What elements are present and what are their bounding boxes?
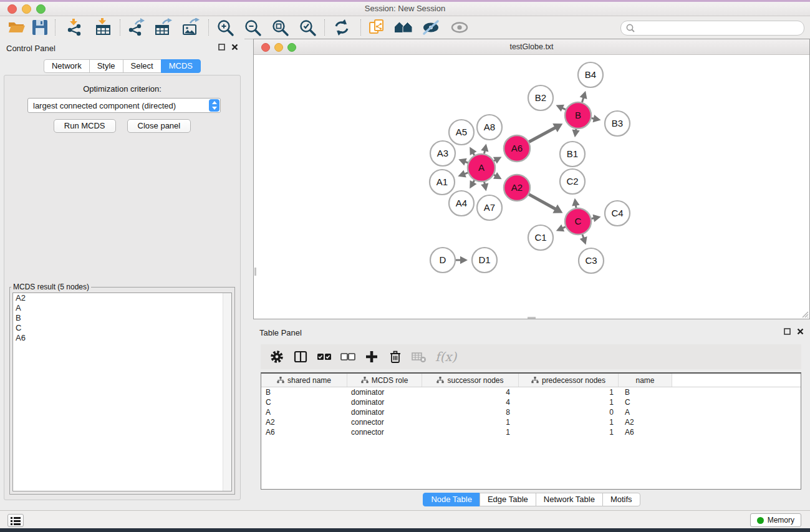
tab-node-table[interactable]: Node Table [423,493,480,506]
tab-style[interactable]: Style [89,59,123,73]
column-header-successor-nodes[interactable]: successor nodes [422,374,519,387]
table-cell[interactable]: C [261,397,347,407]
open-session-icon[interactable] [7,18,26,37]
toolbar-separator [208,19,209,36]
graph-edge-A6-B[interactable] [529,127,556,142]
graph-edge-arrowhead-icon [460,256,468,264]
float-table-panel-icon[interactable] [784,328,791,335]
result-item-a2[interactable]: A2 [13,293,231,303]
table-cell[interactable]: 1 [519,397,619,407]
table-cell[interactable]: dominator [347,397,422,407]
tab-motifs[interactable]: Motifs [602,493,640,506]
float-panel-icon[interactable] [218,44,225,51]
zoom-fit-icon[interactable] [271,18,289,37]
memory-button[interactable]: Memory [750,513,801,527]
result-item-a6[interactable]: A6 [13,333,231,343]
graph-node-label-C2: C2 [566,176,578,186]
table-settings-gear-icon[interactable] [269,349,284,364]
save-session-icon[interactable] [31,18,49,37]
network-view-window: testGlobe.txt B4B2BB3A8A5A6A3B1AA1C2A2A4… [253,39,810,319]
tab-edge-table[interactable]: Edge Table [480,493,536,506]
import-network-icon[interactable] [65,18,84,37]
graph-edge-A2-C[interactable] [529,195,556,210]
table-cell[interactable]: A6 [261,427,347,437]
network-window-titlebar: testGlobe.txt [254,39,809,55]
table-cell[interactable]: A2 [619,417,672,427]
table-cell[interactable]: A [261,407,347,417]
tab-network[interactable]: Network [44,59,90,73]
hide-graphics-details-icon[interactable] [422,18,440,37]
table-cell[interactable]: A [619,407,672,417]
result-item-a[interactable]: A [13,303,231,313]
table-row: A6connector11A6 [261,427,801,437]
column-header-mcds-role[interactable]: MCDS role [347,374,422,387]
table-cell[interactable]: 1 [519,417,619,427]
graph-node-label-A3: A3 [437,148,448,158]
table-cell[interactable]: 1 [519,387,619,397]
delete-column-icon[interactable] [388,349,403,364]
table-cell[interactable]: connector [347,427,422,437]
export-image-icon[interactable] [181,18,200,37]
table-row: Adominator80A [261,407,801,417]
table-cell[interactable]: dominator [347,407,422,417]
network-graph-canvas[interactable]: B4B2BB3A8A5A6A3B1AA1C2A2A4A7C4CC1DD1C3 [254,54,809,319]
result-scrollbar[interactable] [223,293,231,491]
table-cell[interactable]: B [619,387,672,397]
graph-node-label-B: B [575,110,581,120]
tab-select[interactable]: Select [123,59,162,73]
table-cell[interactable]: 4 [422,387,519,397]
task-history-button[interactable] [7,514,24,527]
zoom-selected-icon[interactable] [298,18,317,37]
optimization-criterion-select[interactable]: largest connected component (directed) [27,98,221,113]
mcds-result-list: A2ABCA6 [12,293,232,491]
attribute-type-icon [531,377,539,384]
table-cell[interactable]: A2 [261,417,347,427]
table-cell[interactable]: 1 [519,427,619,437]
export-network-icon[interactable] [127,18,145,37]
vertical-scroll-indicator[interactable] [254,268,256,276]
tab-network-table[interactable]: Network Table [536,493,603,506]
attribute-type-icon [361,377,369,384]
column-view-icon[interactable] [293,349,308,364]
tab-mcds[interactable]: MCDS [161,59,201,73]
table-cell[interactable]: B [261,387,347,397]
toolbar-separator [360,19,361,36]
table-cell[interactable]: dominator [347,387,422,397]
column-header-label: predecessor nodes [542,376,605,385]
column-header-predecessor-nodes[interactable]: predecessor nodes [519,374,619,387]
result-item-b[interactable]: B [13,313,231,323]
column-header-name[interactable]: name [619,374,672,387]
zoom-out-icon[interactable] [243,18,262,37]
show-graphics-details-icon[interactable] [450,18,469,37]
table-cell[interactable]: 1 [422,427,519,437]
run-mcds-button[interactable]: Run MCDS [54,119,116,133]
column-header-shared-name[interactable]: shared name [261,374,347,387]
table-cell[interactable]: 0 [519,407,619,417]
resize-grip-icon[interactable] [800,309,809,318]
search-input[interactable] [635,22,804,34]
table-cell[interactable]: 1 [422,417,519,427]
clone-network-icon[interactable] [368,18,387,37]
horizontal-scroll-indicator[interactable] [528,317,536,319]
graph-edge-arrowhead-icon [572,130,579,138]
export-table-icon[interactable] [154,18,173,37]
result-item-c[interactable]: C [13,323,231,333]
home-view-icon[interactable] [394,18,413,37]
close-panel-button[interactable]: Close panel [127,119,191,133]
search-icon [625,23,635,33]
zoom-in-icon[interactable] [216,18,234,37]
table-cell[interactable]: 4 [422,397,519,407]
import-table-icon[interactable] [94,18,113,37]
table-cell[interactable]: C [619,397,672,407]
main-toolbar [0,16,810,39]
deselect-all-icon[interactable] [340,349,355,364]
table-cell[interactable]: A6 [619,427,672,437]
add-column-icon[interactable] [364,349,379,364]
refresh-view-icon[interactable] [332,18,351,37]
select-all-icon[interactable] [317,349,332,364]
column-header-label: shared name [287,376,331,385]
table-cell[interactable]: 8 [422,407,519,417]
close-panel-icon[interactable] [231,44,238,51]
table-cell[interactable]: connector [347,417,422,427]
close-table-panel-icon[interactable] [797,328,804,335]
